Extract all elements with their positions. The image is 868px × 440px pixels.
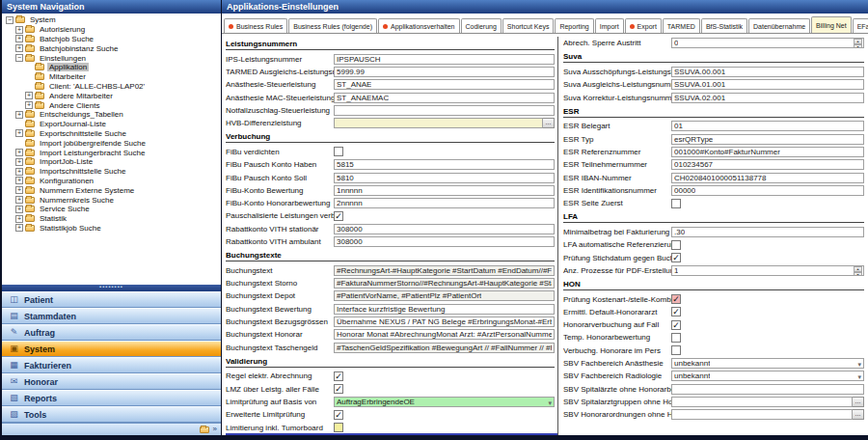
dropdown-select[interactable]: unbekannt▾ [671, 371, 864, 381]
tab-shortcut-keys[interactable]: Shortcut Keys [502, 18, 555, 33]
tree-item-importjob-liste[interactable]: +ImportJob-Liste [2, 157, 221, 167]
checkbox[interactable]: ✓ [334, 384, 343, 394]
text-input[interactable]: #RechnungsArt-#HauptKategorie #StartDatu… [334, 265, 555, 276]
sidebar-item-stammdaten[interactable]: ▤Stammdaten [2, 308, 221, 324]
text-input[interactable]: 5999.99 [334, 67, 555, 77]
tab-applikationsverhalten[interactable]: Applikationsverhalten [378, 18, 460, 33]
expand-toggle-icon[interactable]: + [25, 101, 33, 109]
text-input[interactable]: 1nnnnn [334, 185, 555, 196]
checkbox[interactable] [671, 333, 681, 343]
text-input[interactable] [334, 118, 543, 128]
checkbox[interactable]: ✓ [334, 211, 343, 221]
tab-billing-net[interactable]: Billing Net [811, 16, 852, 33]
expand-toggle-icon[interactable]: + [15, 149, 23, 156]
text-input[interactable]: 5810 [334, 173, 555, 183]
panel-splitter[interactable]: •••••••• [2, 285, 221, 291]
ellipsis-button[interactable]: ... [853, 397, 864, 407]
dropdown-arrow-icon[interactable]: ▾ [857, 360, 861, 369]
number-stepper[interactable]: 1▴▾ [671, 265, 864, 276]
tree-item-autorisierung[interactable]: +Autorisierung [2, 25, 221, 35]
tree-item-importschnittstelle-suche[interactable]: +Importschnittstelle Suche [2, 167, 221, 177]
dropdown-select[interactable]: unbekannt▾ [671, 358, 864, 369]
tree-item-import-job-bergreifende-suche[interactable]: Import jobübergreifende Suche [2, 138, 221, 148]
text-input[interactable]: ST_ANAE [334, 79, 555, 90]
checkbox[interactable]: ✓ [671, 253, 681, 262]
expand-toggle-icon[interactable]: + [15, 224, 23, 232]
tree-item-batchjobinstanz-suche[interactable]: +Batchjobinstanz Suche [2, 43, 221, 53]
text-input[interactable]: #PatientVorName, #PatientPlz #PatientOrt [334, 290, 555, 301]
expand-toggle-icon[interactable]: + [15, 206, 23, 213]
tab-export[interactable]: Export [625, 18, 662, 33]
text-input[interactable]: Übernahme NEXUS / PAT NG Belege #Erbring… [334, 316, 555, 327]
text-input[interactable]: 5815 [334, 159, 555, 170]
text-input[interactable] [671, 397, 853, 407]
tree-item-entscheidungs-tabellen[interactable]: +Entscheidungs_Tabellen [2, 110, 221, 120]
text-input[interactable]: 2nnnnn [334, 198, 555, 208]
text-input[interactable] [671, 409, 853, 420]
sidebar-item-fakturieren[interactable]: ▦Fakturieren [2, 357, 221, 373]
text-input[interactable]: 01 [671, 121, 864, 131]
dropdown-arrow-icon[interactable]: ▾ [857, 372, 861, 381]
checkbox[interactable]: ✓ [334, 410, 343, 420]
checkbox[interactable] [334, 423, 343, 432]
checkbox[interactable] [334, 147, 343, 156]
expand-toggle-icon[interactable]: + [15, 215, 23, 223]
tab-bfs-statistik[interactable]: BfS-Statistik [701, 18, 747, 33]
expand-toggle-icon[interactable]: + [15, 129, 23, 137]
text-input[interactable]: CH0208401000051138778 [671, 173, 864, 183]
text-input[interactable]: Honorar Monat #AbrechnungMonat Arzt: #Ar… [334, 329, 555, 340]
expand-toggle-icon[interactable]: + [15, 158, 23, 166]
text-input[interactable]: IPSPAUSCH [334, 54, 555, 65]
tab-tarmed[interactable]: TARMED [663, 18, 700, 33]
text-input[interactable]: SSUVA.00.001 [671, 67, 864, 77]
tree-item-nummernkreis-suche[interactable]: +Nummernkreis Suche [2, 195, 221, 205]
tree-item-system[interactable]: −System [2, 15, 221, 25]
tree-item-einstellungen[interactable]: −Einstellungen [2, 53, 221, 63]
expand-toggle-icon[interactable]: + [15, 196, 23, 204]
tree-item-andere-clients[interactable]: +Andere Clients [2, 100, 221, 110]
text-input[interactable]: 308000 [334, 224, 555, 234]
text-input[interactable]: esrQRType [671, 134, 864, 145]
tree-item-batchjob-suche[interactable]: +Batchjob Suche [2, 35, 221, 44]
expand-toggle-icon[interactable]: + [15, 168, 23, 176]
expand-toggle-icon[interactable]: + [25, 92, 33, 99]
dropdown-arrow-icon[interactable]: ▾ [548, 399, 552, 407]
checkbox[interactable]: ✓ [671, 294, 681, 304]
folder-icon[interactable] [200, 426, 209, 433]
expand-toggle-icon[interactable]: + [15, 35, 23, 42]
checkbox[interactable]: ✓ [334, 371, 343, 381]
tree-item-nummern-externe-systeme[interactable]: +Nummern Externe Systeme [2, 185, 221, 195]
tree-item-import-leistungerbracht-suche[interactable]: +Import Leistungerbracht Suche [2, 148, 221, 157]
stepper-down-icon[interactable]: ▾ [854, 272, 862, 276]
ellipsis-button[interactable]: ... [853, 409, 864, 420]
expand-toggle-icon[interactable]: − [6, 16, 14, 24]
text-input[interactable]: SSUVA.02.001 [671, 93, 864, 103]
text-input[interactable]: 001000#Konto#FakturNummer [671, 147, 864, 157]
text-input[interactable]: #FakturaNummerStorno//#RechnungsArt-#Hau… [334, 278, 555, 289]
tree-item-exportjournal-liste[interactable]: ExportJournal-Liste [2, 120, 221, 129]
sidebar-item-reports[interactable]: ▧Reports [2, 390, 221, 406]
tab-efaktur[interactable]: EFaktur [853, 18, 868, 33]
text-input[interactable]: #TaschenGeldSpezifikation #BewegungArt /… [334, 343, 555, 353]
tree-item-mitarbeiter[interactable]: Mitarbeiter [2, 72, 221, 82]
checkbox[interactable] [671, 199, 681, 208]
text-input[interactable]: 010234567 [671, 159, 864, 170]
tree-item-andere-mitarbeiter[interactable]: +Andere Mitarbeiter [2, 91, 221, 100]
tab-business-rules-folgende[interactable]: Business Rules (folgende) [288, 18, 377, 33]
tree-item-service-suche[interactable]: +Service Suche [2, 205, 221, 214]
expand-toggle-icon[interactable]: + [15, 177, 23, 184]
expand-toggle-icon[interactable]: + [15, 111, 23, 119]
stepper-down-icon[interactable]: ▾ [854, 44, 862, 48]
sidebar-item-system[interactable]: ▣System [2, 341, 221, 357]
tree-item-exportschnittstelle-suche[interactable]: +Exportschnittstelle Suche [2, 129, 221, 139]
text-input[interactable]: .30 [671, 227, 864, 237]
tree-item-client-alle-chbs-lap02[interactable]: Client: 'ALLE-CHBS-LAP02' [2, 82, 221, 92]
tab-daten-bernahme[interactable]: Datenübernahme [748, 18, 810, 33]
checkbox[interactable]: ✓ [671, 307, 681, 316]
number-stepper[interactable]: 0▴▾ [671, 38, 864, 48]
dropdown-select[interactable]: AuftragErbringendeOE▾ [334, 397, 555, 407]
tree-item-statistikjob-suche[interactable]: +Statistikjob Suche [2, 224, 221, 234]
text-input[interactable]: Interface kurzfristige Bewertung [334, 304, 555, 315]
sidebar-item-auftrag[interactable]: ✎Auftrag [2, 324, 221, 341]
tree-item-statistik[interactable]: +Statistik [2, 214, 221, 224]
